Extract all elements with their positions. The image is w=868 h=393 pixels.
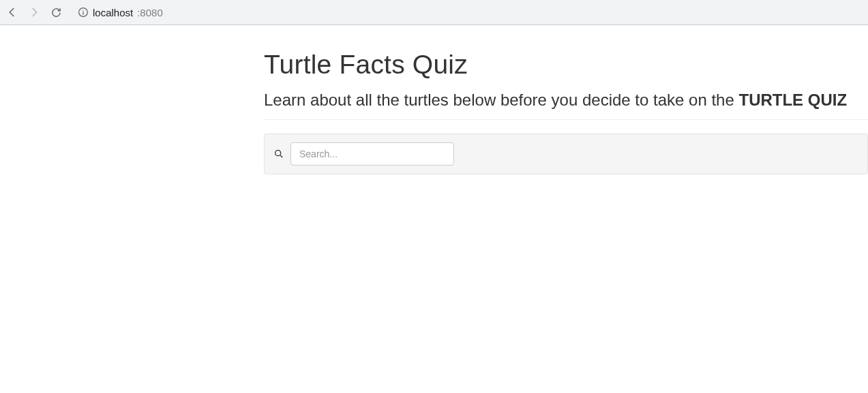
divider bbox=[264, 119, 868, 120]
reload-button[interactable] bbox=[49, 5, 63, 19]
svg-point-1 bbox=[275, 151, 281, 156]
url-host: localhost bbox=[93, 7, 133, 18]
page-subtitle: Learn about all the turtles below before… bbox=[264, 89, 868, 111]
search-icon bbox=[273, 148, 285, 160]
address-bar[interactable]: localhost:8080 bbox=[78, 7, 163, 18]
back-button[interactable] bbox=[5, 5, 19, 19]
subtitle-strong: TURTLE QUIZ bbox=[738, 91, 847, 109]
browser-toolbar: localhost:8080 bbox=[0, 0, 868, 25]
search-input[interactable] bbox=[290, 142, 454, 166]
site-info-icon[interactable] bbox=[78, 7, 89, 18]
page-title: Turtle Facts Quiz bbox=[264, 50, 868, 80]
url-port: :8080 bbox=[137, 7, 163, 18]
svg-line-2 bbox=[280, 155, 282, 157]
main-container: Turtle Facts Quiz Learn about all the tu… bbox=[264, 25, 868, 174]
subtitle-lead: Learn about all the turtles below before… bbox=[264, 91, 738, 109]
search-panel bbox=[264, 133, 868, 174]
page-body: Turtle Facts Quiz Learn about all the tu… bbox=[0, 25, 868, 174]
forward-button[interactable] bbox=[27, 5, 41, 19]
